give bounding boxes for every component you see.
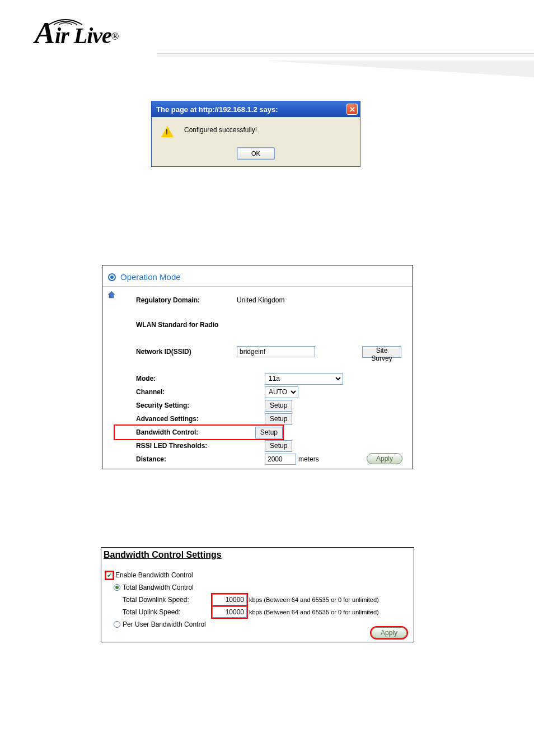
- bw-title: Bandwidth Control Settings: [101, 548, 414, 563]
- home-icon[interactable]: [107, 290, 116, 299]
- ok-button[interactable]: OK: [237, 147, 275, 160]
- regulatory-label: Regulatory Domain:: [136, 296, 237, 304]
- logo-text: ir Live: [55, 23, 111, 48]
- panel-title: Operation Mode: [120, 272, 181, 282]
- bandwidth-settings-panel: Bandwidth Control Settings Enable Bandwi…: [101, 547, 414, 642]
- header-divider: [157, 53, 534, 57]
- registered-icon: ®: [111, 31, 119, 42]
- mode-select[interactable]: 11a: [265, 373, 343, 385]
- operation-mode-panel: Operation Mode Regulatory Domain: United…: [102, 265, 413, 469]
- distance-unit: meters: [296, 455, 319, 463]
- close-icon: ✕: [349, 105, 355, 114]
- mode-label: Mode:: [136, 375, 237, 382]
- dialog-titlebar: The page at http://192.168.1.2 says: ✕: [152, 101, 360, 117]
- uplink-hint: kbps (Between 64 and 65535 or 0 for unli…: [247, 609, 379, 615]
- uplink-input[interactable]: [212, 606, 247, 618]
- ssid-label: Network ID(SSID): [136, 348, 237, 356]
- ssid-input[interactable]: [237, 346, 315, 357]
- enable-bandwidth-label: Enable Bandwidth Control: [115, 571, 193, 579]
- advanced-setup-button[interactable]: Setup: [265, 413, 292, 425]
- security-label: Security Setting:: [136, 402, 237, 409]
- dialog-title: The page at http://192.168.1.2 says:: [156, 105, 278, 114]
- bandwidth-setup-button[interactable]: Setup: [255, 427, 283, 438]
- apply-button[interactable]: Apply: [367, 453, 402, 464]
- channel-select[interactable]: AUTO: [265, 386, 298, 398]
- total-bandwidth-label: Total Bandwidth Control: [123, 584, 194, 591]
- regulatory-value: United Kingdom: [237, 296, 284, 304]
- downlink-label: Total Downlink Speed:: [106, 596, 212, 604]
- per-user-bandwidth-radio[interactable]: [114, 621, 120, 628]
- rssi-setup-button[interactable]: Setup: [265, 440, 292, 452]
- per-user-bandwidth-label: Per User Bandwidth Control: [123, 620, 206, 628]
- wlan-label: WLAN Standard for Radio: [136, 321, 237, 329]
- site-survey-button[interactable]: Site Survey: [362, 346, 401, 358]
- downlink-hint: kbps (Between 64 and 65535 or 0 for unli…: [247, 596, 379, 603]
- distance-label: Distance:: [136, 455, 237, 463]
- bandwidth-control-label: Bandwidth Control:: [136, 428, 229, 436]
- downlink-input[interactable]: [212, 594, 247, 605]
- wifi-waves-icon: [46, 13, 85, 26]
- warning-icon: [158, 125, 176, 139]
- bullet-icon: [108, 273, 116, 281]
- dialog-message: Configured successfully!: [176, 125, 257, 139]
- header-wedge: [265, 60, 534, 77]
- distance-input[interactable]: [265, 454, 296, 465]
- close-button[interactable]: ✕: [346, 104, 358, 115]
- total-bandwidth-radio[interactable]: [114, 584, 120, 591]
- brand-logo: Air Live®: [35, 16, 119, 50]
- channel-label: Channel:: [136, 388, 237, 396]
- rssi-label: RSSI LED Thresholds:: [136, 442, 237, 450]
- confirm-dialog: The page at http://192.168.1.2 says: ✕ C…: [151, 101, 360, 167]
- enable-bandwidth-checkbox[interactable]: [106, 572, 113, 579]
- security-setup-button[interactable]: Setup: [265, 400, 292, 412]
- advanced-label: Advanced Settings:: [136, 415, 237, 423]
- uplink-label: Total Uplink Speed:: [106, 608, 212, 616]
- bw-apply-button[interactable]: Apply: [371, 627, 407, 638]
